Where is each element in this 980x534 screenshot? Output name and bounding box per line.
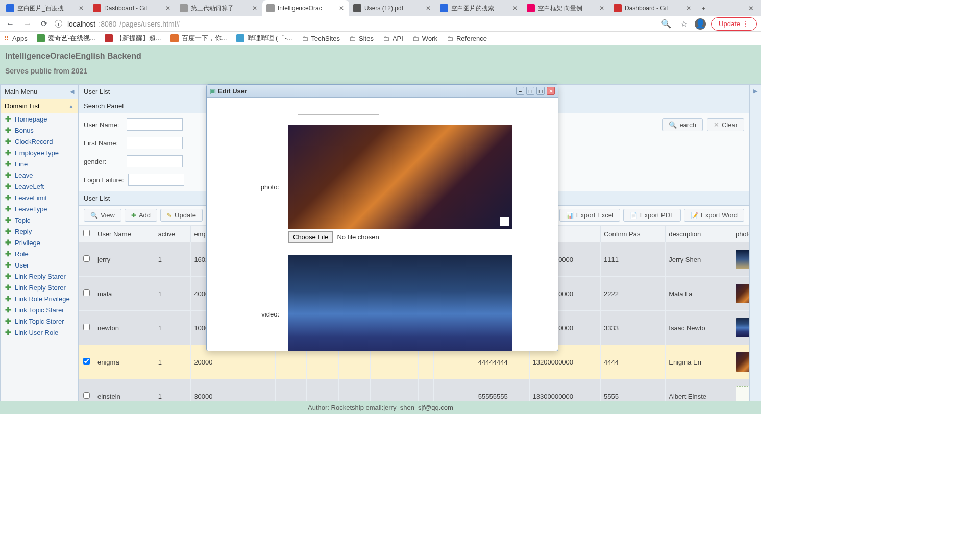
close-icon[interactable]: ✕ (78, 5, 85, 12)
sidebar-item[interactable]: ✚Link User Role (1, 327, 78, 338)
view-button[interactable]: 🔍View (84, 209, 121, 222)
export-word-button[interactable]: 📝Export Word (684, 209, 744, 222)
sidebar-item[interactable]: ✚Link Topic Storer (1, 315, 78, 327)
clear-button[interactable]: ✕Clear (707, 118, 744, 131)
chevron-up-icon[interactable]: ▲ (68, 103, 74, 109)
info-icon[interactable]: i (55, 20, 62, 28)
close-icon[interactable]: ✕ (511, 5, 519, 12)
column-header[interactable]: Confirm Pas (600, 226, 665, 242)
sidebar-item[interactable]: ✚Link Reply Storer (1, 282, 78, 293)
sidebar-item[interactable]: ✚Link Topic Starer (1, 304, 78, 315)
sidebar-item[interactable]: ✚Role (1, 248, 78, 259)
favicon-icon (527, 4, 535, 12)
minimize-button[interactable]: – (516, 87, 524, 95)
sidebar-item[interactable]: ✚Bonus (1, 125, 78, 136)
export-pdf-button[interactable]: 📄Export PDF (623, 209, 681, 222)
sidebar-item[interactable]: ✚Reply (1, 226, 78, 237)
tab-7[interactable]: Dashboard - Git✕ (609, 0, 696, 16)
bookmark-folder[interactable]: 🗀Reference (447, 35, 487, 42)
tab-4[interactable]: Users (12).pdf✕ (349, 0, 436, 16)
column-header[interactable]: photo (732, 226, 749, 242)
sidebar-right[interactable]: ▶ (750, 84, 761, 401)
close-icon[interactable]: ✕ (338, 5, 345, 12)
tab-6[interactable]: 空白框架 向量例✕ (523, 0, 609, 16)
search-icon[interactable]: 🔍 (659, 17, 673, 31)
sidebar-item[interactable]: ✚Privilege (1, 237, 78, 248)
forward-icon[interactable]: → (21, 17, 34, 31)
choose-file-button[interactable]: Choose File (288, 231, 333, 243)
sidebar-item[interactable]: ✚LeaveType (1, 203, 78, 214)
bookmark-item[interactable]: 百度一下，你... (170, 34, 227, 43)
select-all-header[interactable] (79, 226, 94, 242)
modal-header[interactable]: ▣ Edit User – ◻ ◻ ✕ (207, 85, 558, 98)
select-all-checkbox[interactable] (83, 230, 90, 236)
plus-icon: ✚ (5, 272, 12, 280)
maximize-button[interactable]: ◻ (536, 87, 545, 95)
sidebar-item[interactable]: ✚ClockRecord (1, 136, 78, 147)
column-header[interactable]: User Name (94, 226, 155, 242)
tab-2[interactable]: 第三代动词算子✕ (176, 0, 262, 16)
login-failure-input[interactable] (128, 174, 184, 186)
close-button[interactable]: ✕ (547, 87, 555, 95)
column-header[interactable]: active (155, 226, 191, 242)
apps-button[interactable]: ⠿Apps (4, 35, 28, 42)
row-checkbox[interactable] (83, 324, 90, 330)
bookmark-item[interactable]: 哔哩哔哩 (゜-... (236, 34, 292, 43)
window-close-icon[interactable]: ✕ (743, 5, 759, 12)
close-icon[interactable]: ✕ (425, 5, 432, 12)
back-icon[interactable]: ← (4, 17, 16, 31)
bookmark-item[interactable]: 爱奇艺-在线视... (37, 34, 95, 43)
expand-icon[interactable]: ▶ (753, 88, 757, 94)
sidebar-item[interactable]: ✚LeaveLimit (1, 192, 78, 203)
update-button[interactable]: Update⋮ (711, 17, 757, 31)
update-button[interactable]: ✎Update (160, 209, 203, 222)
bookmark-item[interactable]: 【新提醒】超... (105, 34, 161, 43)
row-checkbox[interactable] (83, 392, 90, 399)
gender-input[interactable] (127, 155, 183, 167)
bookmark-folder[interactable]: 🗀Sites (349, 35, 374, 42)
cell-phone: 55555555 (475, 379, 529, 401)
plus-icon: ✚ (5, 238, 12, 247)
row-checkbox[interactable] (83, 358, 90, 365)
tab-5[interactable]: 空白图片的搜索✕ (436, 0, 523, 16)
restore-button[interactable]: ◻ (526, 87, 534, 95)
sidebar-item[interactable]: ✚Topic (1, 214, 78, 226)
tab-1[interactable]: Dashboard - Git✕ (89, 0, 176, 16)
search-button[interactable]: 🔍earch (662, 118, 703, 131)
main-menu-header[interactable]: Main Menu ◀ (1, 85, 78, 99)
star-icon[interactable]: ☆ (678, 17, 690, 31)
new-tab-button[interactable]: ＋ (696, 4, 710, 13)
row-checkbox[interactable] (83, 255, 90, 262)
modal-body[interactable]: photo: Choose File No file chosen video: (207, 98, 558, 351)
sidebar-item[interactable]: ✚LeaveLeft (1, 181, 78, 192)
tab-3[interactable]: IntelligenceOrac✕ (262, 0, 349, 16)
sidebar-item[interactable]: ✚EmployeeType (1, 147, 78, 158)
profile-icon[interactable]: 👤 (695, 18, 706, 30)
url-input[interactable]: localhost:8080/pages/users.html# (67, 20, 654, 28)
table-row[interactable]: einstein13000055555555133000000005555Alb… (79, 379, 750, 401)
export-excel-button[interactable]: 📊Export Excel (559, 209, 620, 222)
domain-list-header[interactable]: Domain List ▲ (1, 99, 78, 113)
sidebar-item[interactable]: ✚Leave (1, 169, 78, 181)
collapse-icon[interactable]: ◀ (70, 88, 74, 95)
close-icon[interactable]: ✕ (251, 5, 258, 12)
sidebar-item[interactable]: ✚Link Role Privilege (1, 293, 78, 304)
close-icon[interactable]: ✕ (685, 5, 692, 12)
bookmark-folder[interactable]: 🗀TechSites (302, 35, 340, 42)
sidebar-item[interactable]: ✚User (1, 259, 78, 271)
column-header[interactable]: description (666, 226, 732, 242)
user-name-input[interactable] (127, 118, 183, 131)
sidebar-item[interactable]: ✚Link Reply Starer (1, 271, 78, 282)
first-name-input[interactable] (127, 137, 183, 149)
tab-0[interactable]: 空白图片_百度搜✕ (2, 0, 89, 16)
row-checkbox[interactable] (83, 289, 90, 296)
sidebar-item[interactable]: ✚Fine (1, 158, 78, 169)
bookmark-folder[interactable]: 🗀API (383, 35, 403, 42)
bookmark-folder[interactable]: 🗀Work (412, 35, 437, 42)
close-icon[interactable]: ✕ (598, 5, 605, 12)
text-input[interactable] (298, 103, 379, 115)
add-button[interactable]: ✚Add (125, 209, 157, 222)
sidebar-item[interactable]: ✚Homepage (1, 113, 78, 125)
close-icon[interactable]: ✕ (164, 5, 172, 12)
reload-icon[interactable]: ⟳ (39, 17, 50, 31)
